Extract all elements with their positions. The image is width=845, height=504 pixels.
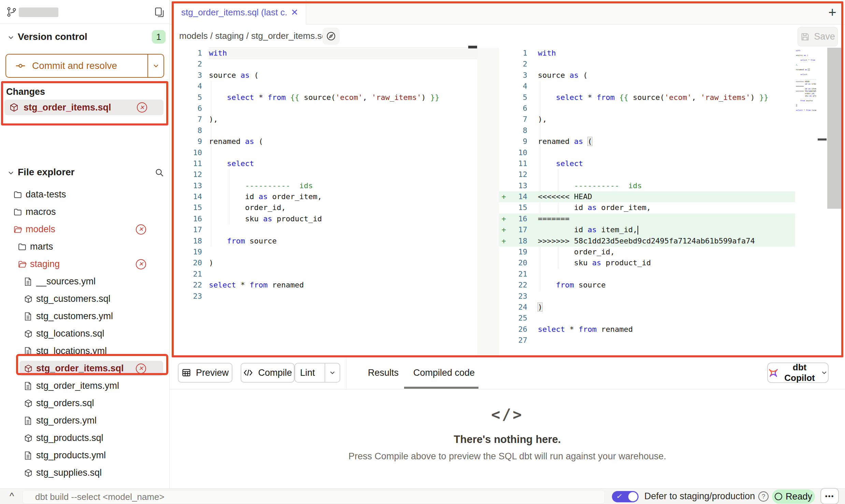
code-line[interactable]: +18>>>>>>> 58c1dd23d5eebd9cd2495fa7124ab… [499, 236, 795, 247]
close-icon[interactable]: ✕ [291, 7, 298, 18]
commit-and-resolve-button[interactable]: Commit and resolve [5, 54, 164, 78]
sidebar-item-staging[interactable]: staging✕ [0, 255, 169, 273]
sidebar-item-stg-order-items-yml[interactable]: stg_order_items.yml [0, 377, 169, 395]
tab-stg-order-items[interactable]: stg_order_items.sql (last c... ✕ [172, 0, 306, 25]
file-explorer-section-header[interactable]: File explorer [0, 165, 169, 180]
code-line[interactable]: 22 from source [499, 280, 795, 291]
tab-results[interactable]: Results [368, 368, 399, 378]
code-line[interactable]: 6 [499, 103, 795, 114]
code-line[interactable]: 16 sku as product_id [172, 213, 477, 224]
code-line[interactable]: 18 from source [172, 236, 477, 247]
lineage-icon[interactable] [323, 28, 340, 45]
code-line[interactable]: 1with [172, 48, 477, 59]
code-line[interactable]: 25 [499, 313, 795, 324]
sidebar-item-stg-order-items-sql[interactable]: stg_order_items.sql✕ [0, 360, 169, 377]
lint-dropdown-button[interactable] [325, 364, 340, 382]
code-line[interactable]: 8 [499, 125, 795, 136]
code-line[interactable]: +17 id as item_id, [499, 224, 795, 235]
sidebar-item-stg-orders-yml[interactable]: stg_orders.yml [0, 412, 169, 429]
code-line[interactable]: 4 [172, 81, 477, 92]
sidebar-item--sources-yml[interactable]: __sources.yml [0, 273, 169, 290]
code-line[interactable]: 10 [499, 147, 795, 158]
code-line[interactable]: 22select * from renamed [172, 280, 477, 291]
code-line[interactable]: 17 [172, 224, 477, 235]
tab-compiled-code[interactable]: Compiled code [413, 368, 475, 378]
code-line[interactable]: 1with [499, 48, 795, 59]
overflow-menu-button[interactable]: ••• [820, 488, 839, 504]
code-line[interactable]: 13 ---------- ids [499, 180, 795, 191]
search-icon[interactable] [154, 167, 164, 178]
code-line[interactable]: 13 ---------- ids [172, 180, 477, 191]
discard-change-icon[interactable]: ✕ [137, 102, 147, 113]
code-line[interactable]: 4 [499, 81, 795, 92]
code-pane-original[interactable]: 1with23source as (45 select * from {{ so… [172, 48, 477, 302]
left-pane-scrollbar-thumb[interactable] [468, 46, 477, 48]
chevron-up-icon[interactable]: ^ [10, 491, 14, 502]
code-line[interactable]: 3source as ( [499, 70, 795, 81]
code-line[interactable]: 11 select [172, 158, 477, 169]
code-line[interactable]: 7), [172, 114, 477, 125]
code-line[interactable]: 24) [499, 302, 795, 313]
code-line[interactable]: 11 select [499, 158, 795, 169]
sidebar-item-stg-products-sql[interactable]: stg_products.sql [0, 429, 169, 447]
code-line[interactable]: +14<<<<<<< HEAD [499, 191, 795, 202]
code-pane-modified[interactable]: 1with23source as (45 select * from {{ so… [499, 48, 795, 346]
sidebar-item-macros[interactable]: macros [0, 203, 169, 221]
code-line[interactable]: 6 [172, 103, 477, 114]
sidebar-item-marts[interactable]: marts [0, 238, 169, 255]
version-control-section-header[interactable]: Version control 1 [0, 30, 169, 45]
sidebar-item-stg-locations-yml[interactable]: stg_locations.yml [0, 342, 169, 360]
sidebar-item-stg-orders-sql[interactable]: stg_orders.sql [0, 395, 169, 412]
discard-change-icon[interactable]: ✕ [136, 224, 146, 235]
discard-change-icon[interactable]: ✕ [136, 259, 146, 269]
code-line[interactable]: 3source as ( [172, 70, 477, 81]
save-button[interactable]: Save [798, 27, 838, 46]
sidebar-item-stg-customers-yml[interactable]: stg_customers.yml [0, 308, 169, 325]
new-tab-button[interactable]: + [824, 4, 841, 20]
sidebar-item-models[interactable]: models✕ [0, 221, 169, 238]
lint-button[interactable]: Lint [295, 363, 340, 383]
status-badge[interactable]: Ready [772, 489, 815, 504]
code-line[interactable]: +16======= [499, 213, 795, 224]
code-line[interactable]: 2 [172, 59, 477, 70]
sidebar-item-stg-supplies-sql[interactable]: stg_supplies.sql [0, 464, 169, 481]
dbt-copilot-button[interactable]: dbt Copilot [767, 362, 829, 383]
code-line[interactable]: 20 sku as product_id [499, 257, 795, 268]
code-line[interactable]: 19 order_id, [499, 247, 795, 257]
code-line[interactable]: 23 [172, 291, 477, 302]
code-line[interactable]: 12 [172, 169, 477, 180]
changed-file-item[interactable]: stg_order_items.sql ✕ [4, 100, 163, 115]
code-line[interactable]: 9renamed as ( [172, 136, 477, 147]
compile-button[interactable]: Compile [241, 363, 295, 383]
code-line[interactable]: 15 id as order_item, [499, 202, 795, 213]
code-line[interactable]: 15 order_id, [172, 202, 477, 213]
code-line[interactable]: 26select * from renamed [499, 324, 795, 335]
code-line[interactable]: 14 id as order_item, [172, 191, 477, 202]
code-line[interactable]: 19 [172, 247, 477, 257]
code-line[interactable]: 5 select * from {{ source('ecom', 'raw_i… [172, 92, 477, 103]
code-line[interactable]: 5 select * from {{ source('ecom', 'raw_i… [499, 92, 795, 103]
defer-toggle[interactable]: ✓ [612, 491, 639, 502]
code-line[interactable]: 21 [172, 269, 477, 280]
code-line[interactable]: 27 [499, 335, 795, 346]
help-icon[interactable]: ? [758, 491, 769, 502]
sidebar-item-stg-products-yml[interactable]: stg_products.yml [0, 447, 169, 464]
sidebar-item-stg-customers-sql[interactable]: stg_customers.sql [0, 290, 169, 308]
code-line[interactable]: 20) [172, 257, 477, 268]
code-line[interactable]: 12 [499, 169, 795, 180]
code-line[interactable]: 2 [499, 59, 795, 70]
sidebar-item-data-tests[interactable]: data-tests [0, 186, 169, 203]
code-line[interactable]: 21 [499, 269, 795, 280]
sidebar-item-stg-locations-sql[interactable]: stg_locations.sql [0, 325, 169, 342]
code-line[interactable]: 7), [499, 114, 795, 125]
code-line[interactable]: 23 [499, 291, 795, 302]
minimap[interactable]: with source as ( select * from {{ source… [796, 49, 816, 179]
commit-dropdown-button[interactable] [147, 55, 163, 77]
code-line[interactable]: 8 [172, 125, 477, 136]
discard-change-icon[interactable]: ✕ [136, 364, 146, 374]
command-input[interactable] [23, 490, 605, 504]
preview-button[interactable]: Preview [178, 363, 232, 383]
code-line[interactable]: 9renamed as ( [499, 136, 795, 147]
copy-icon[interactable] [154, 6, 165, 18]
code-line[interactable]: 10 [172, 147, 477, 158]
